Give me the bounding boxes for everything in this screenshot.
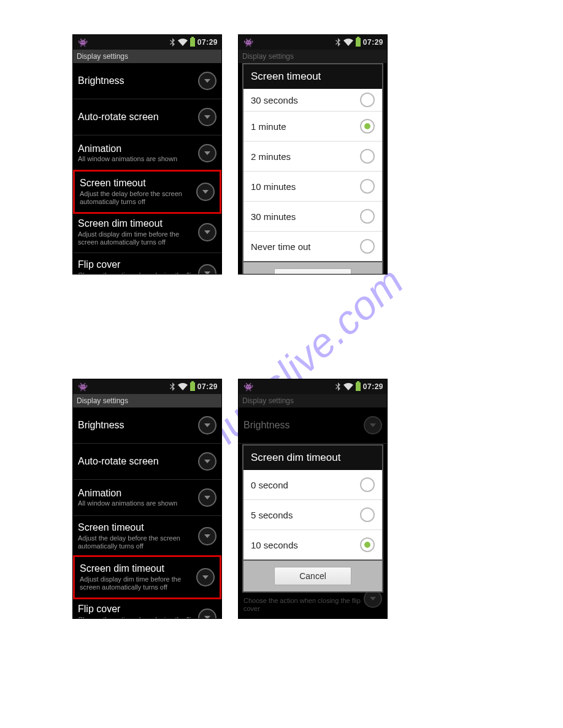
option-label: 30 minutes — [251, 211, 360, 222]
battery-icon — [190, 382, 195, 391]
item-title: Auto-rotate screen — [78, 456, 198, 467]
settings-item-flip-cover[interactable]: Flip cover Choose the action when closin… — [73, 597, 221, 619]
chevron-down-icon — [198, 488, 216, 507]
item-title: Animation — [78, 488, 198, 499]
item-title: Animation — [78, 143, 198, 154]
radio-icon — [360, 119, 375, 134]
option-10-minutes[interactable]: 10 minutes — [243, 171, 382, 201]
page-title: Display settings — [239, 394, 387, 408]
chevron-down-icon — [196, 568, 215, 586]
settings-item-animation[interactable]: Animation All window animations are show… — [73, 480, 221, 516]
item-title: Brightness — [78, 420, 198, 431]
chevron-down-icon — [198, 527, 216, 545]
settings-item-screen-dim-timeout[interactable]: Screen dim timeout Adjust display dim ti… — [73, 212, 221, 253]
radio-icon — [360, 179, 375, 194]
settings-item-screen-timeout[interactable]: Screen timeout Adjust the delay before t… — [73, 516, 221, 557]
android-icon: 👾 — [243, 382, 253, 392]
settings-item-brightness[interactable]: Brightness — [73, 63, 221, 99]
option-label: 10 minutes — [251, 181, 360, 192]
chevron-down-icon — [198, 108, 216, 126]
settings-list: Brightness Auto-rotate screen Animation … — [73, 63, 221, 275]
option-30-seconds[interactable]: 30 seconds — [243, 89, 382, 111]
item-subtitle: All window animations are shown — [78, 155, 198, 163]
phone-settings-dim-highlight: 👾 07:29 Display settings Brightness Auto… — [72, 379, 222, 619]
settings-item-screen-timeout[interactable]: Screen timeout Adjust the delay before t… — [73, 170, 221, 214]
option-1-minute[interactable]: 1 minute — [243, 111, 382, 141]
settings-item-brightness: Brightness — [239, 408, 387, 444]
dialog-footer: Cancel — [242, 561, 383, 593]
dialog-footer: Cancel — [242, 262, 383, 275]
item-title: Brightness — [78, 75, 198, 86]
battery-icon — [356, 382, 361, 391]
chevron-down-icon — [198, 223, 216, 241]
cancel-button[interactable]: Cancel — [274, 567, 351, 585]
settings-item-animation[interactable]: Animation All window animations are show… — [73, 135, 221, 172]
option-2-minutes[interactable]: 2 minutes — [243, 141, 382, 171]
status-bar: 👾 07:29 — [73, 379, 221, 394]
option-label: 1 minute — [251, 121, 360, 132]
option-label: 30 seconds — [251, 95, 360, 105]
page-title: Display settings — [239, 50, 387, 63]
option-never-time-out[interactable]: Never time out — [243, 231, 382, 261]
clock: 07:29 — [197, 382, 218, 391]
dialog-options: 30 seconds 1 minute 2 minutes 10 minutes — [242, 89, 383, 262]
clock: 07:29 — [363, 38, 383, 47]
wifi-icon — [343, 39, 353, 46]
item-subtitle: Adjust the delay before the screen autom… — [78, 534, 198, 550]
item-title: Screen timeout — [78, 522, 198, 533]
option-label: 0 second — [251, 480, 360, 490]
settings-list: Brightness Auto-rotate screen Animation … — [73, 408, 221, 619]
dialog-screen-dim-timeout: Screen dim timeout 0 second 5 seconds 10… — [242, 444, 383, 593]
chevron-down-icon — [198, 452, 216, 471]
android-icon: 👾 — [78, 382, 88, 392]
chevron-down-icon — [198, 144, 216, 162]
cancel-button[interactable]: Cancel — [274, 268, 351, 275]
settings-item-auto-rotate[interactable]: Auto-rotate screen — [73, 99, 221, 135]
option-0-second[interactable]: 0 second — [243, 470, 382, 499]
dialog-title: Screen dim timeout — [242, 444, 383, 470]
item-subtitle: Adjust display dim time before the scree… — [78, 230, 198, 246]
settings-item-flip-cover[interactable]: Flip cover Choose the action when closin… — [73, 253, 221, 275]
option-5-seconds[interactable]: 5 seconds — [243, 499, 382, 529]
item-subtitle: Adjust the delay before the screen autom… — [80, 190, 196, 206]
option-label: 5 seconds — [251, 510, 360, 520]
android-icon: 👾 — [78, 38, 88, 47]
radio-icon — [360, 209, 375, 224]
status-bar: 👾 07:29 — [239, 35, 387, 50]
chevron-down-icon — [198, 609, 216, 619]
option-30-minutes[interactable]: 30 minutes — [243, 201, 382, 231]
item-title: Screen dim timeout — [80, 563, 196, 574]
wifi-icon — [178, 39, 188, 46]
radio-icon — [360, 477, 375, 492]
radio-icon — [360, 93, 375, 107]
item-subtitle: All window animations are shown — [78, 499, 198, 507]
dialog-screen-timeout: Screen timeout 30 seconds 1 minute 2 min… — [242, 63, 383, 275]
item-subtitle: Choose the action when closing the flip … — [243, 597, 364, 613]
phone-settings-timeout-highlight: 👾 07:29 Display settings Brightness Auto… — [72, 34, 222, 275]
wifi-icon — [343, 383, 353, 390]
battery-icon — [356, 38, 361, 47]
item-title: Flip cover — [78, 259, 198, 270]
bluetooth-icon — [169, 38, 175, 47]
item-title: Brightness — [243, 420, 364, 431]
option-10-seconds[interactable]: 10 seconds — [243, 529, 382, 559]
page-title: Display settings — [73, 394, 221, 408]
wifi-icon — [178, 383, 188, 390]
option-label: 2 minutes — [251, 151, 360, 162]
clock: 07:29 — [363, 382, 383, 391]
bluetooth-icon — [335, 382, 341, 391]
item-title: Auto-rotate screen — [78, 112, 198, 123]
bluetooth-icon — [335, 38, 341, 47]
chevron-down-icon — [198, 72, 216, 90]
chevron-down-icon — [364, 416, 382, 434]
settings-item-brightness[interactable]: Brightness — [73, 408, 221, 444]
dialog-options: 0 second 5 seconds 10 seconds — [242, 470, 383, 561]
phone-dim-dialog: 👾 07:29 Display settings Brightness Flip… — [238, 379, 388, 619]
option-label: Never time out — [251, 241, 360, 252]
radio-icon — [360, 149, 375, 164]
battery-icon — [190, 38, 195, 47]
radio-icon — [360, 239, 375, 254]
settings-item-screen-dim-timeout[interactable]: Screen dim timeout Adjust display dim ti… — [73, 555, 221, 599]
item-subtitle: Choose the action when closing the flip … — [78, 616, 198, 619]
settings-item-auto-rotate[interactable]: Auto-rotate screen — [73, 444, 221, 480]
